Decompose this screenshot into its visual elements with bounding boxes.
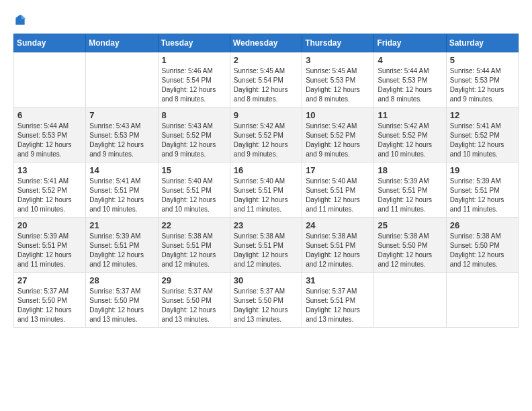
calendar-table: SundayMondayTuesdayWednesdayThursdayFrid… [13,34,519,328]
day-number: 24 [306,220,370,230]
calendar-cell: 19Sunrise: 5:39 AMSunset: 5:51 PMDayligh… [446,163,518,218]
day-number: 1 [162,55,226,65]
day-number: 23 [234,220,298,230]
day-info: Sunrise: 5:43 AMSunset: 5:52 PMDaylight:… [162,122,226,159]
day-number: 31 [306,275,370,285]
header-wednesday: Wednesday [230,34,302,52]
calendar-cell: 10Sunrise: 5:42 AMSunset: 5:52 PMDayligh… [302,107,374,163]
day-number: 21 [89,220,154,230]
day-info: Sunrise: 5:44 AMSunset: 5:53 PMDaylight:… [450,66,515,104]
calendar-cell: 6Sunrise: 5:44 AMSunset: 5:53 PMDaylight… [14,107,86,163]
calendar-cell: 3Sunrise: 5:45 AMSunset: 5:53 PMDaylight… [302,52,374,107]
day-info: Sunrise: 5:38 AMSunset: 5:50 PMDaylight:… [450,232,515,269]
day-info: Sunrise: 5:45 AMSunset: 5:53 PMDaylight:… [306,66,370,104]
header-sunday: Sunday [14,34,86,52]
day-info: Sunrise: 5:39 AMSunset: 5:51 PMDaylight:… [450,177,515,214]
calendar-row-2: 13Sunrise: 5:41 AMSunset: 5:52 PMDayligh… [14,163,519,218]
day-info: Sunrise: 5:38 AMSunset: 5:51 PMDaylight:… [234,232,298,269]
day-info: Sunrise: 5:44 AMSunset: 5:53 PMDaylight:… [378,66,442,104]
day-info: Sunrise: 5:38 AMSunset: 5:51 PMDaylight:… [162,232,226,269]
day-number: 7 [89,110,154,120]
day-number: 15 [162,165,226,175]
day-number: 5 [450,55,515,65]
calendar-cell: 25Sunrise: 5:38 AMSunset: 5:50 PMDayligh… [374,218,446,273]
day-number: 22 [162,220,226,230]
calendar-cell: 30Sunrise: 5:37 AMSunset: 5:50 PMDayligh… [230,273,302,328]
calendar-cell: 31Sunrise: 5:37 AMSunset: 5:51 PMDayligh… [302,273,374,328]
day-number: 27 [17,275,82,285]
day-info: Sunrise: 5:42 AMSunset: 5:52 PMDaylight:… [306,122,370,159]
calendar-cell: 28Sunrise: 5:37 AMSunset: 5:50 PMDayligh… [86,273,158,328]
day-number: 14 [89,165,154,175]
header-thursday: Thursday [302,34,374,52]
day-info: Sunrise: 5:40 AMSunset: 5:51 PMDaylight:… [234,177,298,214]
calendar-cell [374,273,446,328]
day-info: Sunrise: 5:44 AMSunset: 5:53 PMDaylight:… [17,122,82,159]
page-header [13,13,519,27]
day-info: Sunrise: 5:39 AMSunset: 5:51 PMDaylight:… [89,232,154,269]
day-number: 17 [306,165,370,175]
calendar-cell: 2Sunrise: 5:45 AMSunset: 5:54 PMDaylight… [230,52,302,107]
day-number: 12 [450,110,515,120]
calendar-cell: 21Sunrise: 5:39 AMSunset: 5:51 PMDayligh… [86,218,158,273]
day-number: 26 [450,220,515,230]
logo-icon [13,13,27,27]
day-number: 2 [234,55,298,65]
calendar-cell: 15Sunrise: 5:40 AMSunset: 5:51 PMDayligh… [158,163,230,218]
day-number: 11 [378,110,442,120]
day-info: Sunrise: 5:41 AMSunset: 5:52 PMDaylight:… [17,177,82,214]
day-info: Sunrise: 5:45 AMSunset: 5:54 PMDaylight:… [234,66,298,104]
calendar-row-3: 20Sunrise: 5:39 AMSunset: 5:51 PMDayligh… [14,218,519,273]
logo [13,13,30,27]
calendar-row-0: 1Sunrise: 5:46 AMSunset: 5:54 PMDaylight… [14,52,519,107]
header-saturday: Saturday [446,34,518,52]
calendar-cell: 18Sunrise: 5:39 AMSunset: 5:51 PMDayligh… [374,163,446,218]
day-info: Sunrise: 5:43 AMSunset: 5:53 PMDaylight:… [89,122,154,159]
header-monday: Monday [86,34,158,52]
day-info: Sunrise: 5:42 AMSunset: 5:52 PMDaylight:… [378,122,442,159]
header-tuesday: Tuesday [158,34,230,52]
calendar-cell: 26Sunrise: 5:38 AMSunset: 5:50 PMDayligh… [446,218,518,273]
calendar-cell: 12Sunrise: 5:41 AMSunset: 5:52 PMDayligh… [446,107,518,163]
calendar-cell: 24Sunrise: 5:38 AMSunset: 5:51 PMDayligh… [302,218,374,273]
calendar-cell [14,52,86,107]
day-info: Sunrise: 5:37 AMSunset: 5:50 PMDaylight:… [234,287,298,324]
day-info: Sunrise: 5:37 AMSunset: 5:51 PMDaylight:… [306,287,370,324]
calendar-cell: 22Sunrise: 5:38 AMSunset: 5:51 PMDayligh… [158,218,230,273]
header-friday: Friday [374,34,446,52]
calendar-cell: 14Sunrise: 5:41 AMSunset: 5:51 PMDayligh… [86,163,158,218]
calendar-cell: 17Sunrise: 5:40 AMSunset: 5:51 PMDayligh… [302,163,374,218]
calendar-cell: 8Sunrise: 5:43 AMSunset: 5:52 PMDaylight… [158,107,230,163]
day-number: 19 [450,165,515,175]
calendar-cell: 27Sunrise: 5:37 AMSunset: 5:50 PMDayligh… [14,273,86,328]
calendar-cell [446,273,518,328]
day-info: Sunrise: 5:41 AMSunset: 5:51 PMDaylight:… [89,177,154,214]
day-number: 28 [89,275,154,285]
calendar-cell: 29Sunrise: 5:37 AMSunset: 5:50 PMDayligh… [158,273,230,328]
day-info: Sunrise: 5:37 AMSunset: 5:50 PMDaylight:… [89,287,154,324]
calendar-cell: 4Sunrise: 5:44 AMSunset: 5:53 PMDaylight… [374,52,446,107]
calendar-header-row: SundayMondayTuesdayWednesdayThursdayFrid… [14,34,519,52]
day-number: 18 [378,165,442,175]
day-info: Sunrise: 5:37 AMSunset: 5:50 PMDaylight:… [162,287,226,324]
day-number: 4 [378,55,442,65]
day-info: Sunrise: 5:42 AMSunset: 5:52 PMDaylight:… [234,122,298,159]
calendar-cell: 23Sunrise: 5:38 AMSunset: 5:51 PMDayligh… [230,218,302,273]
day-info: Sunrise: 5:39 AMSunset: 5:51 PMDaylight:… [17,232,82,269]
day-info: Sunrise: 5:40 AMSunset: 5:51 PMDaylight:… [306,177,370,214]
calendar-cell: 13Sunrise: 5:41 AMSunset: 5:52 PMDayligh… [14,163,86,218]
calendar-cell: 1Sunrise: 5:46 AMSunset: 5:54 PMDaylight… [158,52,230,107]
calendar-cell: 5Sunrise: 5:44 AMSunset: 5:53 PMDaylight… [446,52,518,107]
day-number: 3 [306,55,370,65]
day-info: Sunrise: 5:40 AMSunset: 5:51 PMDaylight:… [162,177,226,214]
calendar-cell: 11Sunrise: 5:42 AMSunset: 5:52 PMDayligh… [374,107,446,163]
calendar-cell: 20Sunrise: 5:39 AMSunset: 5:51 PMDayligh… [14,218,86,273]
day-number: 25 [378,220,442,230]
calendar-cell: 9Sunrise: 5:42 AMSunset: 5:52 PMDaylight… [230,107,302,163]
calendar-row-4: 27Sunrise: 5:37 AMSunset: 5:50 PMDayligh… [14,273,519,328]
day-info: Sunrise: 5:39 AMSunset: 5:51 PMDaylight:… [378,177,442,214]
day-number: 20 [17,220,82,230]
day-number: 9 [234,110,298,120]
calendar-cell [86,52,158,107]
day-number: 30 [234,275,298,285]
